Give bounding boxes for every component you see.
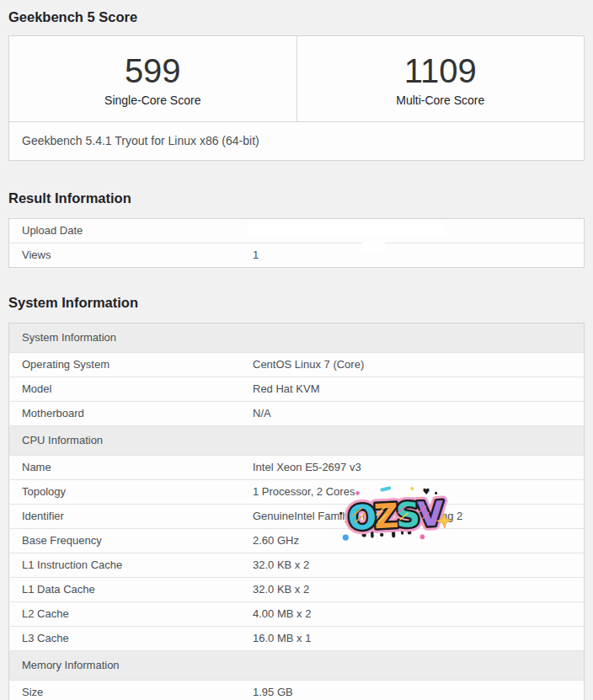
system-section-header: System Information — [9, 323, 585, 353]
single-core-label: Single-Core Score — [9, 94, 296, 107]
identifier-value: GenuineIntel Family 6 Model 63 Stepping … — [253, 505, 585, 529]
identifier-label: Identifier — [9, 505, 254, 529]
cpu-section-header: CPU Information — [9, 426, 585, 456]
memory-section-header: Memory Information — [9, 651, 585, 681]
table-row: Name Intel Xeon E5-2697 v3 — [9, 456, 585, 480]
single-core-panel: 599 Single-Core Score — [9, 36, 296, 121]
table-row: L1 Data Cache 32.0 KB x 2 — [9, 578, 585, 602]
memory-size-value: 1.95 GB — [253, 681, 585, 700]
cpu-name-label: Name — [9, 456, 254, 480]
table-row: Model Red Hat KVM — [9, 377, 585, 402]
model-value: Red Hat KVM — [253, 377, 585, 402]
score-panels: 599 Single-Core Score 1109 Multi-Core Sc… — [9, 36, 584, 121]
table-row: Motherboard N/A — [9, 402, 585, 426]
l2-cache-value: 4.00 MB x 2 — [253, 602, 585, 627]
l3-cache-label: L3 Cache — [9, 627, 254, 651]
views-value: 1 — [253, 243, 585, 268]
l1-instruction-cache-label: L1 Instruction Cache — [9, 553, 254, 578]
single-core-score: 599 — [9, 52, 296, 89]
base-frequency-value: 2.60 GHz — [253, 529, 585, 553]
topology-label: Topology — [9, 480, 254, 505]
l1-data-cache-label: L1 Data Cache — [9, 578, 254, 602]
os-value: CentOS Linux 7 (Core) — [253, 353, 585, 377]
system-information-title: System Information — [8, 268, 585, 323]
table-row: Identifier GenuineIntel Family 6 Model 6… — [9, 505, 585, 529]
table-row: Topology 1 Processor, 2 Cores — [9, 480, 585, 505]
l3-cache-value: 16.0 MB x 1 — [253, 627, 585, 651]
motherboard-value: N/A — [253, 402, 585, 426]
memory-size-label: Size — [9, 681, 254, 700]
section-header-row: Memory Information — [9, 651, 585, 681]
system-information-table: System Information Operating System Cent… — [8, 323, 585, 700]
upload-date-label: Upload Date — [9, 219, 254, 243]
redaction-box — [247, 221, 445, 236]
motherboard-label: Motherboard — [9, 402, 254, 426]
l1-data-cache-value: 32.0 KB x 2 — [253, 578, 585, 602]
page-title: Geekbench 5 Score — [8, 0, 585, 35]
score-card: 599 Single-Core Score 1109 Multi-Core Sc… — [8, 35, 585, 161]
table-row: Base Frequency 2.60 GHz — [9, 529, 585, 553]
table-row: Size 1.95 GB — [9, 681, 585, 700]
table-row: L1 Instruction Cache 32.0 KB x 2 — [9, 553, 585, 578]
benchmark-version: Geekbench 5.4.1 Tryout for Linux x86 (64… — [9, 121, 584, 160]
model-label: Model — [9, 377, 254, 402]
table-row: L3 Cache 16.0 MB x 1 — [9, 627, 585, 651]
views-label: Views — [9, 243, 254, 268]
multi-core-panel: 1109 Multi-Core Score — [296, 36, 585, 121]
l1-instruction-cache-value: 32.0 KB x 2 — [253, 553, 585, 578]
l2-cache-label: L2 Cache — [9, 602, 254, 627]
redaction-box — [362, 241, 385, 252]
section-header-row: System Information — [9, 323, 585, 353]
cpu-name-value: Intel Xeon E5-2697 v3 — [253, 456, 585, 480]
table-row: L2 Cache 4.00 MB x 2 — [9, 602, 585, 627]
os-label: Operating System — [9, 353, 254, 377]
section-header-row: CPU Information — [9, 426, 585, 456]
multi-core-score: 1109 — [297, 52, 585, 89]
table-row: Views 1 — [9, 243, 585, 268]
multi-core-label: Multi-Core Score — [297, 94, 585, 107]
table-row: Operating System CentOS Linux 7 (Core) — [9, 353, 585, 377]
base-frequency-label: Base Frequency — [9, 529, 254, 553]
result-information-title: Result Information — [8, 161, 585, 218]
topology-value: 1 Processor, 2 Cores — [253, 480, 585, 505]
